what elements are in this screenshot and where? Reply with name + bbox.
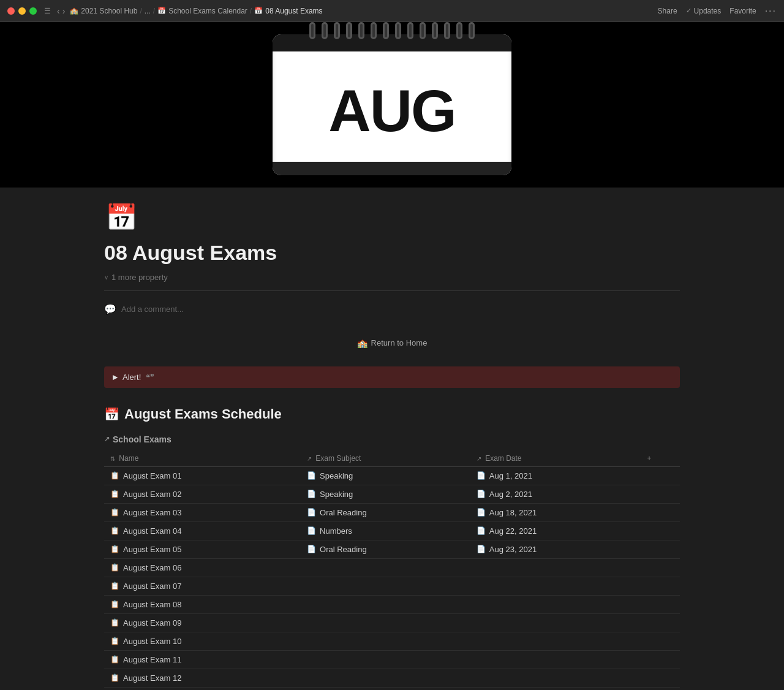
- cell-extra: [641, 650, 680, 669]
- schedule-title: 📅 August Exams Schedule: [104, 406, 680, 422]
- more-property-label: 1 more property: [111, 273, 168, 282]
- breadcrumb: 🏫 2021 School Hub / ... / 📅 School Exams…: [70, 7, 657, 15]
- titlebar-actions: Share ✓ Updates Favorite ···: [658, 6, 777, 17]
- cell-name: 📋 August Exam 05: [104, 540, 301, 558]
- alert-toggle-icon: ▶: [113, 373, 118, 381]
- cell-name: 📋 August Exam 07: [104, 577, 301, 595]
- menu-icon[interactable]: ☰: [44, 7, 51, 15]
- breadcrumb-sep-2: /: [153, 7, 155, 15]
- table-row[interactable]: 📋 August Exam 04 📄Numbers 📄Aug 22, 2021: [104, 521, 680, 540]
- row-date-text: Aug 1, 2021: [489, 471, 532, 480]
- calendar-rings: [273, 22, 511, 39]
- table-row[interactable]: 📋 August Exam 10: [104, 632, 680, 650]
- table-row[interactable]: 📋 August Exam 09: [104, 613, 680, 632]
- breadcrumb-hub[interactable]: 2021 School Hub: [81, 7, 137, 15]
- row-doc-icon: 📋: [110, 655, 119, 664]
- cell-name: 📋 August Exam 02: [104, 485, 301, 503]
- row-date-text: Aug 22, 2021: [489, 526, 537, 536]
- table-row[interactable]: 📋 August Exam 11: [104, 650, 680, 669]
- table-row[interactable]: 📋 August Exam 08: [104, 595, 680, 613]
- row-name-text: August Exam 02: [123, 490, 181, 499]
- divider-1: [104, 290, 680, 291]
- date-doc-icon: 📄: [477, 526, 486, 535]
- row-subject-text: Oral Reading: [320, 545, 367, 554]
- col-name-label: Name: [119, 454, 138, 463]
- row-doc-icon: 📋: [110, 563, 119, 572]
- cell-date: [470, 669, 641, 687]
- exams-table: ⇅ Name ↗ Exam Subject ↗ Exam Date +: [104, 450, 680, 688]
- table-header: ⇅ Name ↗ Exam Subject ↗ Exam Date +: [104, 450, 680, 467]
- cell-extra: [641, 466, 680, 485]
- back-button[interactable]: ‹: [57, 6, 60, 16]
- cell-date: 📄Aug 18, 2021: [470, 503, 641, 521]
- cell-extra: [641, 558, 680, 577]
- share-button[interactable]: Share: [658, 7, 677, 15]
- cell-subject: 📄Speaking: [301, 485, 470, 503]
- cell-date: [470, 558, 641, 577]
- row-subject-text: Numbers: [320, 526, 352, 536]
- add-column-button[interactable]: +: [641, 450, 680, 467]
- ring-9: [407, 22, 413, 39]
- hub-icon: 🏫: [70, 7, 78, 15]
- favorite-button[interactable]: Favorite: [729, 7, 756, 15]
- ring-3: [334, 22, 340, 39]
- row-name-text: August Exam 03: [123, 508, 181, 517]
- alert-callout[interactable]: ▶ Alert! ❝❞: [104, 366, 680, 388]
- cell-date: 📄Aug 1, 2021: [470, 466, 641, 485]
- return-home-label: Return to Home: [371, 338, 428, 347]
- subject-doc-icon: 📄: [307, 545, 316, 553]
- ring-1: [309, 22, 315, 39]
- table-row[interactable]: 📋 August Exam 07: [104, 577, 680, 595]
- row-name-text: August Exam 06: [123, 563, 181, 572]
- school-exams-label: School Exams: [113, 434, 172, 444]
- ring-7: [383, 22, 389, 39]
- row-name-text: August Exam 10: [123, 637, 181, 646]
- cell-name: 📋 August Exam 09: [104, 613, 301, 632]
- minimize-button[interactable]: [18, 7, 26, 15]
- table-row[interactable]: 📋 August Exam 06: [104, 558, 680, 577]
- forward-button[interactable]: ›: [62, 6, 66, 16]
- more-button[interactable]: ···: [765, 6, 777, 17]
- table-row[interactable]: 📋 August Exam 02 📄Speaking 📄Aug 2, 2021: [104, 485, 680, 503]
- school-exams-link[interactable]: ↗ School Exams: [104, 434, 680, 444]
- row-doc-icon: 📋: [110, 600, 119, 608]
- comment-placeholder[interactable]: Add a comment...: [121, 305, 184, 314]
- hero-section: AUG: [0, 22, 784, 188]
- updates-button[interactable]: ✓ Updates: [686, 7, 722, 15]
- cell-extra: [641, 540, 680, 558]
- cell-subject: [301, 632, 470, 650]
- fullscreen-button[interactable]: [29, 7, 37, 15]
- cell-date: 📄Aug 2, 2021: [470, 485, 641, 503]
- table-row[interactable]: 📋 August Exam 12: [104, 669, 680, 687]
- nav-arrows: ‹ ›: [57, 6, 65, 16]
- row-name-text: August Exam 05: [123, 545, 181, 554]
- table-row[interactable]: 📋 August Exam 03 📄Oral Reading 📄Aug 18, …: [104, 503, 680, 521]
- cell-subject: [301, 650, 470, 669]
- row-subject-text: Oral Reading: [320, 508, 367, 517]
- row-doc-icon: 📋: [110, 490, 119, 498]
- cell-extra: [641, 613, 680, 632]
- new-row-button[interactable]: + New: [104, 688, 680, 690]
- cell-subject: [301, 613, 470, 632]
- cell-date: 📄Aug 22, 2021: [470, 521, 641, 540]
- cell-name: 📋 August Exam 12: [104, 669, 301, 687]
- page-content: 📅 08 August Exams ∨ 1 more property 💬 Ad…: [55, 188, 729, 690]
- row-doc-icon: 📋: [110, 545, 119, 553]
- traffic-lights: [7, 7, 37, 15]
- table-row[interactable]: 📋 August Exam 01 📄Speaking 📄Aug 1, 2021: [104, 466, 680, 485]
- more-property-toggle[interactable]: ∨ 1 more property: [104, 273, 680, 282]
- breadcrumb-calendar[interactable]: School Exams Calendar: [168, 7, 247, 15]
- row-name-text: August Exam 09: [123, 618, 181, 627]
- cell-date: [470, 595, 641, 613]
- row-subject-text: Speaking: [320, 471, 353, 480]
- page-title: 08 August Exams: [104, 240, 680, 265]
- cell-subject: [301, 595, 470, 613]
- close-button[interactable]: [7, 7, 15, 15]
- date-doc-icon: 📄: [477, 508, 486, 517]
- sort-icon: ⇅: [110, 455, 115, 462]
- ring-13: [456, 22, 462, 39]
- cell-subject: [301, 669, 470, 687]
- return-home-button[interactable]: 🏫 Return to Home: [357, 338, 428, 348]
- table-row[interactable]: 📋 August Exam 05 📄Oral Reading 📄Aug 23, …: [104, 540, 680, 558]
- breadcrumb-ellipsis[interactable]: ...: [145, 7, 151, 15]
